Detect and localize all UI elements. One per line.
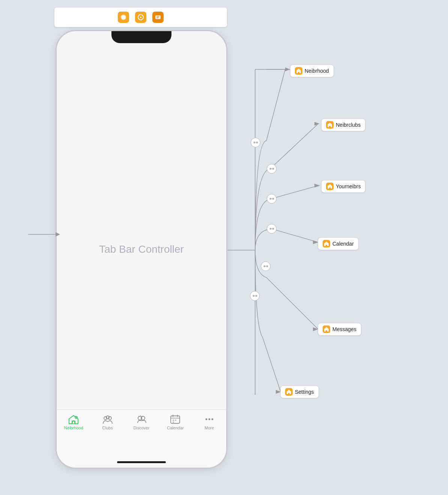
- settings-node-label: Settings: [295, 389, 314, 395]
- neibrhood-node-label: Neibrhood: [305, 68, 329, 74]
- node-neibrclubs[interactable]: Neibrclubs: [321, 118, 365, 131]
- node-yourneibrs[interactable]: Yourneibrs: [321, 180, 365, 193]
- svg-rect-15: [173, 420, 174, 421]
- node-neibrhood[interactable]: Neibrhood: [290, 64, 334, 77]
- discover-tab-label: Discover: [134, 426, 150, 430]
- tab-bar: Neibrhood Clubs: [57, 410, 226, 468]
- svg-marker-30: [313, 327, 318, 331]
- tab-calendar[interactable]: Calendar: [160, 414, 190, 430]
- svg-marker-22: [56, 232, 60, 237]
- svg-point-35: [270, 168, 272, 170]
- svg-rect-5: [156, 16, 159, 17]
- messages-node-label: Messages: [332, 326, 356, 332]
- svg-point-19: [208, 418, 210, 420]
- connector-messages: [261, 261, 271, 271]
- svg-rect-6: [156, 18, 158, 18]
- svg-point-20: [211, 418, 213, 420]
- clubs-tab-icon: [102, 414, 113, 424]
- phone-frame: Tab Bar Controller Neibrhood: [56, 30, 227, 469]
- svg-rect-17: [173, 422, 174, 423]
- svg-point-1: [122, 16, 125, 19]
- entry-arrow: [26, 229, 60, 240]
- neibrclubs-node-label: Neibrclubs: [336, 122, 361, 128]
- svg-point-36: [272, 168, 274, 170]
- tab-clubs[interactable]: Clubs: [93, 414, 123, 430]
- calendar-node-label: Calendar: [332, 241, 354, 247]
- home-indicator: [117, 461, 166, 463]
- svg-rect-16: [175, 420, 176, 421]
- yourneibrs-icon: [326, 183, 334, 190]
- svg-point-48: [256, 295, 257, 297]
- neibrhood-tab-icon: [68, 414, 79, 424]
- svg-point-38: [270, 198, 272, 200]
- tab-more[interactable]: More: [194, 414, 224, 430]
- toolbar-icon-2[interactable]: [135, 12, 146, 23]
- discover-tab-icon: [136, 414, 147, 424]
- calendar-icon: [323, 240, 330, 248]
- connector-settings: [250, 291, 260, 301]
- svg-point-39: [272, 198, 274, 200]
- neibrhood-tab-label: Neibrhood: [64, 426, 83, 430]
- calendar-tab-icon: [170, 414, 181, 424]
- yourneibrs-node-label: Yourneibrs: [336, 183, 361, 189]
- svg-point-44: [264, 266, 266, 267]
- connector-calendar: [267, 224, 277, 234]
- clubs-tab-label: Clubs: [102, 426, 113, 430]
- tab-neibrhood[interactable]: Neibrhood: [59, 414, 89, 430]
- more-tab-icon: [204, 414, 215, 424]
- connector-neibrhood: [251, 138, 260, 147]
- connector-yourneibrs: [267, 194, 277, 204]
- svg-rect-4: [155, 15, 161, 19]
- neibrclubs-icon: [326, 121, 334, 129]
- node-calendar[interactable]: Calendar: [318, 237, 359, 250]
- svg-marker-27: [314, 122, 320, 126]
- tab-discover[interactable]: Discover: [126, 414, 156, 430]
- toolbar: [54, 8, 227, 27]
- svg-point-33: [256, 142, 258, 144]
- svg-marker-26: [285, 68, 290, 71]
- connector-neibrclubs: [267, 164, 277, 174]
- settings-icon: [285, 388, 293, 396]
- svg-point-41: [270, 228, 272, 230]
- phone-notch: [111, 31, 171, 43]
- svg-point-32: [254, 142, 256, 144]
- toolbar-icon-3[interactable]: [152, 12, 164, 23]
- svg-point-3: [140, 16, 141, 18]
- toolbar-icon-1[interactable]: [118, 12, 129, 23]
- node-messages[interactable]: Messages: [318, 323, 361, 336]
- svg-point-45: [266, 266, 268, 267]
- tab-bar-controller-label: Tab Bar Controller: [99, 243, 184, 255]
- svg-point-47: [253, 295, 255, 297]
- messages-icon: [323, 326, 330, 333]
- calendar-tab-label: Calendar: [167, 426, 184, 430]
- more-tab-label: More: [204, 426, 214, 430]
- svg-point-18: [205, 418, 207, 420]
- svg-marker-28: [314, 184, 320, 188]
- neibrhood-icon: [295, 67, 302, 75]
- node-settings[interactable]: Settings: [280, 386, 319, 398]
- svg-point-42: [272, 228, 274, 230]
